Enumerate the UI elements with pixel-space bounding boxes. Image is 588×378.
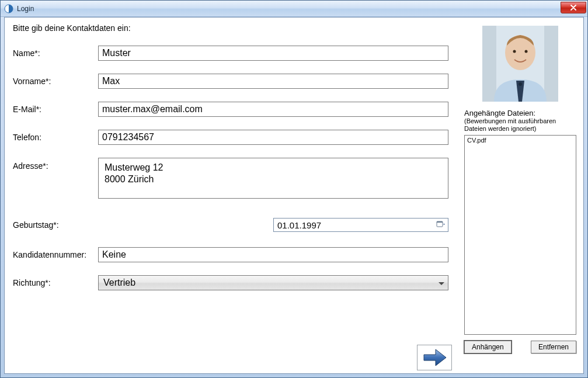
app-icon <box>4 4 13 13</box>
arrow-right-icon <box>420 347 448 368</box>
label-candidate-no: Kandidatennummer: <box>13 250 98 259</box>
login-window: Login Bitte gib deine Kontaktdaten ein: … <box>0 0 588 378</box>
label-birthday: Geburtstag*: <box>13 220 98 230</box>
attachments-buttons: Anhängen Entfernen <box>464 341 576 353</box>
list-item[interactable]: CV.pdf <box>467 137 573 144</box>
svg-rect-2 <box>437 221 443 223</box>
email-field[interactable] <box>98 102 448 117</box>
row-direction: Richtung*: Vertrieb <box>13 275 457 290</box>
svg-rect-4 <box>482 26 496 102</box>
row-phone: Telefon: <box>13 130 457 145</box>
address-field[interactable] <box>98 158 448 199</box>
label-name: Name*: <box>13 48 98 58</box>
chevron-down-icon <box>439 278 446 288</box>
side-panel: Angehängte Dateien: (Bewerbungen mit aus… <box>464 26 576 353</box>
label-address: Adresse*: <box>13 158 98 171</box>
row-candidate-no: Kandidatennummer: <box>13 247 457 262</box>
attachments-note: (Bewerbungen mit ausführbaren Dateien we… <box>464 117 576 133</box>
svg-rect-5 <box>544 26 558 102</box>
calendar-dropdown-icon <box>436 220 446 230</box>
titlebar: Login <box>1 1 587 17</box>
row-firstname: Vorname*: <box>13 74 457 89</box>
label-phone: Telefon: <box>13 133 98 142</box>
next-button[interactable] <box>417 345 452 370</box>
portrait-photo <box>482 26 558 102</box>
firstname-field[interactable] <box>98 74 448 89</box>
label-firstname: Vorname*: <box>13 77 98 86</box>
attachments-list[interactable]: CV.pdf <box>464 135 576 335</box>
svg-point-8 <box>513 50 516 53</box>
remove-button[interactable]: Entfernen <box>531 341 576 353</box>
row-address: Adresse*: <box>13 158 457 200</box>
close-button[interactable] <box>561 2 586 13</box>
attachments-title: Angehängte Dateien: <box>464 109 576 117</box>
birthday-value: 01.01.1997 <box>277 220 436 230</box>
birthday-picker[interactable]: 01.01.1997 <box>273 218 448 232</box>
phone-field[interactable] <box>98 130 448 145</box>
attach-button[interactable]: Anhängen <box>464 341 512 353</box>
svg-point-9 <box>525 50 528 53</box>
direction-select[interactable]: Vertrieb <box>98 275 448 290</box>
direction-value: Vertrieb <box>103 278 439 288</box>
label-email: E-Mail*: <box>13 105 98 114</box>
window-title: Login <box>17 5 34 13</box>
name-field[interactable] <box>98 46 448 61</box>
instruction-text: Bitte gib deine Kontaktdaten ein: <box>13 23 457 33</box>
label-direction: Richtung*: <box>13 278 98 287</box>
row-email: E-Mail*: <box>13 102 457 117</box>
row-birthday: Geburtstag*: 01.01.1997 <box>13 218 457 232</box>
close-icon <box>570 5 576 11</box>
candidate-no-field[interactable] <box>98 247 448 262</box>
svg-point-7 <box>519 82 522 86</box>
row-name: Name*: <box>13 46 457 61</box>
form-area: Bitte gib deine Kontaktdaten ein: Name*:… <box>13 23 457 303</box>
client-area: Bitte gib deine Kontaktdaten ein: Name*:… <box>4 17 584 374</box>
